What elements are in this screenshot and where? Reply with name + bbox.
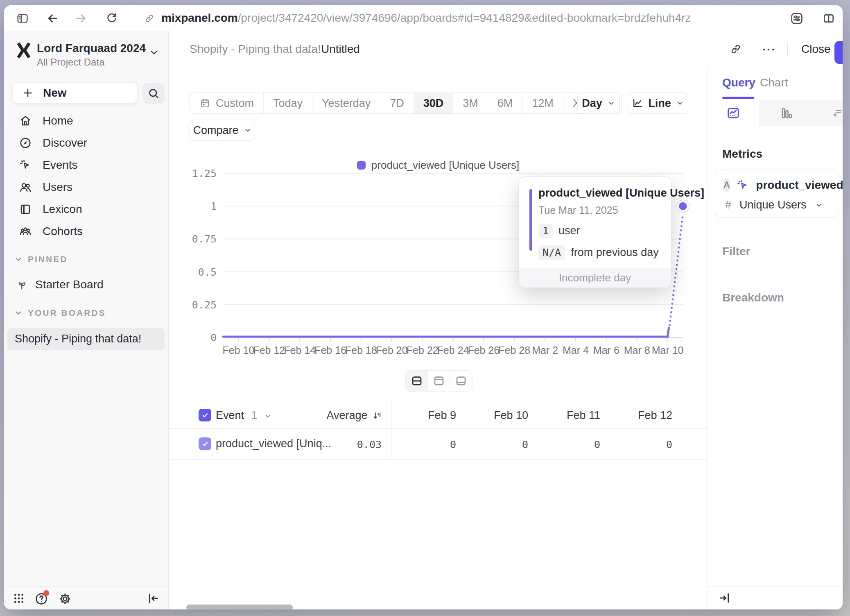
more-options-icon[interactable] (762, 47, 775, 52)
chevron-down-icon (14, 255, 23, 264)
incomplete-segment (670, 213, 683, 325)
sidebar-item-label: Cohorts (43, 225, 83, 238)
range-3m[interactable]: 3M (453, 93, 488, 113)
row-event-name[interactable]: product_viewed [Uniq... (216, 437, 331, 450)
layout-split-button[interactable] (406, 371, 428, 391)
granularity-button[interactable]: Day (577, 93, 620, 114)
range-custom[interactable]: Custom (190, 93, 264, 113)
table-cell-value: 0 (467, 439, 528, 451)
sidebar-item-label: Users (43, 181, 72, 194)
x-axis-tick-label: Feb 26 (468, 344, 500, 356)
lexicon-icon (19, 203, 32, 216)
tooltip-value: 1 (538, 224, 553, 238)
funnel-tab[interactable] (814, 100, 843, 126)
sidebar-item-selected-board[interactable]: Shopify - Piping that data! (7, 328, 165, 350)
chart-type-label: Line (648, 97, 671, 110)
check-icon (201, 412, 209, 419)
chart-type-button[interactable]: Line (628, 93, 688, 114)
date-column-header: Feb 10 (467, 409, 528, 422)
sidebar-item-cohorts[interactable]: Cohorts (4, 220, 168, 242)
compare-label: Compare (193, 124, 238, 137)
select-all-checkbox[interactable] (199, 409, 211, 421)
range-7d[interactable]: 7D (380, 93, 414, 113)
forward-icon[interactable] (75, 12, 88, 25)
horizontal-scrollbar[interactable] (186, 605, 293, 609)
chevron-down-icon (14, 308, 23, 317)
browser-toolbar: mixpanel.com/project/3472420/view/397469… (4, 5, 843, 31)
collapse-sidebar-icon[interactable] (147, 592, 160, 605)
range-yesterday[interactable]: Yesterday (312, 93, 380, 113)
url-link-icon (144, 13, 155, 24)
sidebar-item-home[interactable]: Home (4, 110, 168, 132)
range-6m[interactable]: 6M (488, 93, 523, 113)
gear-icon[interactable] (58, 592, 72, 606)
sidebar-item-label: Lexicon (43, 203, 82, 216)
x-axis-tick-label: Mar 2 (532, 344, 558, 356)
event-column-header[interactable]: Event 1 (216, 409, 272, 422)
new-button-label: New (43, 86, 67, 100)
active-tab-underline (722, 97, 754, 99)
reload-icon[interactable] (106, 12, 118, 24)
report-title[interactable]: Untitled (321, 31, 360, 67)
average-column-header[interactable]: Average (292, 409, 382, 422)
address-bar[interactable]: mixpanel.com/project/3472420/view/397469… (161, 5, 691, 31)
chart-tooltip: product_viewed [Unique Users] Tue Mar 11… (518, 177, 671, 288)
row-checkbox[interactable] (199, 437, 211, 450)
sidebar-item-users[interactable]: Users (4, 176, 168, 198)
funnel-icon (833, 106, 843, 120)
x-axis-tick-label: Feb 20 (376, 344, 408, 356)
x-axis-tick-label: Mar 4 (563, 344, 589, 356)
aggregation-selector[interactable]: Unique Users (739, 199, 807, 211)
insights-line-tab[interactable] (708, 100, 759, 126)
range-label: 30D (423, 97, 444, 110)
breadcrumb-board[interactable]: Shopify - Piping that data! (190, 31, 321, 67)
your-boards-section-header[interactable]: YOUR BOARDS (4, 305, 168, 321)
project-name: Lord Farquaad 2024 (37, 42, 146, 55)
range-12m[interactable]: 12M (522, 93, 563, 113)
compare-button[interactable]: Compare (190, 120, 255, 141)
back-icon[interactable] (46, 12, 59, 25)
event-spark-icon (736, 179, 749, 192)
browser-sidebar-toggle-icon[interactable] (16, 12, 29, 25)
query-panel-footer (708, 587, 843, 609)
url-path: /project/3472420/view/3974696/app/boards… (238, 11, 691, 24)
search-button[interactable] (142, 83, 165, 104)
bar-chart-icon (779, 106, 794, 120)
sidebar-item-events[interactable]: Events (4, 154, 168, 176)
new-button[interactable]: New (12, 82, 138, 104)
metric-letter-badge: A (723, 178, 730, 192)
range-30d[interactable]: 30D (414, 93, 454, 113)
collapse-panel-icon[interactable] (718, 591, 731, 605)
tab-chart[interactable]: Chart (760, 76, 788, 89)
sidebar-item-lexicon[interactable]: Lexicon (4, 198, 168, 220)
layout-chart-only-button[interactable] (428, 371, 450, 391)
x-axis-tick-label: Feb 10 (223, 344, 255, 356)
browser-settings-icon[interactable] (789, 11, 804, 26)
filter-section-label: Filter (722, 245, 750, 258)
event-count: 1 (251, 409, 258, 421)
split-view-icon[interactable] (822, 12, 835, 25)
sidebar-item-discover[interactable]: Discover (4, 132, 168, 154)
layout-table-only-button[interactable] (450, 371, 472, 391)
metric-card[interactable]: A product_viewed # Unique Users (715, 170, 839, 218)
pinned-section-header[interactable]: PINNED (4, 251, 168, 267)
close-button[interactable]: Close (801, 31, 831, 67)
range-label: Custom (216, 97, 254, 110)
save-button[interactable] (834, 41, 843, 64)
series-line[interactable] (223, 328, 669, 337)
apps-grid-icon[interactable] (12, 592, 25, 605)
range-label: 7D (390, 97, 404, 110)
breakdown-section-label: Breakdown (722, 291, 784, 304)
sidebar-item-starter-board[interactable]: Starter Board (16, 275, 104, 294)
sidebar-item-label: Home (43, 114, 73, 127)
table-row-border (169, 459, 708, 460)
range-label: 3M (463, 97, 478, 110)
copy-link-icon[interactable] (730, 43, 742, 55)
breadcrumb-separator: / (308, 31, 311, 67)
project-scope: All Project Data (37, 57, 104, 68)
bar-chart-tab[interactable] (759, 100, 814, 126)
tab-query[interactable]: Query (722, 76, 755, 89)
help-icon[interactable] (34, 592, 48, 606)
range-today[interactable]: Today (264, 93, 312, 113)
hovered-data-point[interactable] (679, 202, 687, 210)
